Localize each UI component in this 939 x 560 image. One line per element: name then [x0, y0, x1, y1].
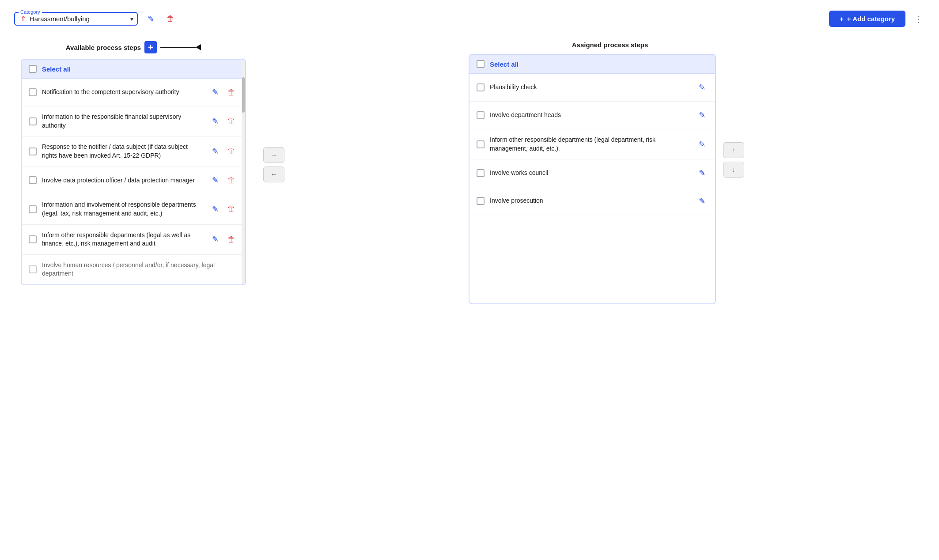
edit-icon: ✎ — [699, 83, 705, 92]
category-field-label: Category — [19, 9, 42, 15]
edit-item-button[interactable]: ✎ — [209, 114, 221, 129]
item-checkbox[interactable] — [29, 148, 37, 155]
item-text: Response to the notifier / data subject … — [42, 143, 204, 160]
scrollbar-thumb — [242, 77, 245, 113]
edit-item-button[interactable]: ✎ — [696, 193, 708, 208]
move-up-button[interactable]: ↑ — [723, 142, 744, 158]
item-checkbox[interactable] — [29, 235, 37, 243]
arrow-head — [196, 44, 201, 50]
edit-icon: ✎ — [699, 196, 705, 206]
up-arrow-icon: ↑ — [732, 146, 735, 154]
trash-icon: 🗑 — [227, 147, 235, 156]
list-item: Involve works council ✎ — [470, 159, 715, 187]
item-checkbox[interactable] — [29, 176, 37, 184]
item-actions: ✎ 🗑 — [209, 173, 238, 188]
available-process-items: Notification to the competent supervisor… — [22, 79, 245, 284]
delete-item-button[interactable]: 🗑 — [225, 232, 238, 247]
list-item: Response to the notifier / data subject … — [22, 136, 245, 166]
right-arrow-icon: → — [270, 151, 277, 159]
list-item: Notification to the competent supervisor… — [22, 79, 245, 106]
available-select-all-label: Select all — [42, 65, 71, 73]
delete-item-button[interactable]: 🗑 — [225, 144, 238, 159]
edit-item-button[interactable]: ✎ — [696, 80, 708, 95]
item-checkbox[interactable] — [477, 197, 485, 205]
left-arrow-icon: ← — [270, 170, 277, 178]
edit-item-button[interactable]: ✎ — [209, 85, 221, 100]
item-text: Involve human resources / personnel and/… — [42, 261, 238, 278]
item-checkbox[interactable] — [29, 205, 37, 213]
item-actions: ✎ — [696, 137, 708, 152]
trash-icon: 🗑 — [167, 14, 174, 23]
category-select[interactable]: Category ⇑ Harassment/bullying ▾ — [14, 12, 138, 26]
list-item: Inform other responsible departments (le… — [470, 129, 715, 159]
edit-icon: ✎ — [212, 117, 219, 126]
available-panel-title: Available process steps — [66, 44, 141, 51]
add-category-button[interactable]: + + Add category — [829, 11, 905, 27]
item-checkbox[interactable] — [477, 140, 485, 148]
item-text: Notification to the competent supervisor… — [42, 88, 204, 97]
available-select-all-row[interactable]: Select all — [22, 60, 245, 79]
available-panel-header: Available process steps + — [66, 41, 201, 53]
delete-item-button[interactable]: 🗑 — [225, 202, 238, 216]
assigned-panel-header: Assigned process steps — [572, 41, 648, 49]
plus-icon: + — [840, 15, 844, 23]
item-actions: ✎ — [696, 80, 708, 95]
category-icon: ⇑ — [20, 15, 26, 23]
chevron-down-icon: ▾ — [130, 15, 133, 23]
add-category-label: + Add category — [847, 15, 895, 23]
more-options-icon[interactable]: ⋮ — [912, 12, 925, 26]
edit-icon: ✎ — [699, 168, 705, 178]
item-actions: ✎ 🗑 — [209, 114, 238, 129]
top-bar: Category ⇑ Harassment/bullying ▾ ✎ 🗑 + +… — [14, 11, 925, 27]
edit-category-button[interactable]: ✎ — [145, 11, 157, 26]
list-item: Involve human resources / personnel and/… — [22, 255, 245, 284]
item-actions: ✎ 🗑 — [209, 232, 238, 247]
list-item: Inform other responsible departments (le… — [22, 225, 245, 255]
trash-icon: 🗑 — [227, 235, 235, 244]
arrow-line — [160, 47, 196, 48]
edit-item-button[interactable]: ✎ — [209, 144, 221, 159]
edit-item-button[interactable]: ✎ — [209, 232, 221, 247]
transfer-left-button[interactable]: ← — [263, 166, 284, 182]
arrow-annotation — [160, 44, 201, 50]
item-actions: ✎ 🗑 — [209, 202, 238, 217]
edit-icon: ✎ — [699, 110, 705, 120]
edit-item-button[interactable]: ✎ — [696, 166, 708, 181]
move-down-button[interactable]: ↓ — [723, 162, 744, 178]
transfer-right-button[interactable]: → — [263, 147, 284, 163]
item-text: Involve works council — [490, 169, 691, 178]
edit-item-button[interactable]: ✎ — [209, 173, 221, 188]
scrollbar-track[interactable] — [242, 60, 245, 284]
item-checkbox[interactable] — [29, 265, 37, 273]
edit-item-button[interactable]: ✎ — [209, 202, 221, 217]
item-text: Involve prosecution — [490, 197, 691, 205]
item-text: Involve department heads — [490, 111, 691, 120]
transfer-buttons: → ← — [253, 147, 295, 182]
delete-item-button[interactable]: 🗑 — [225, 114, 238, 129]
assigned-select-all-checkbox[interactable] — [477, 60, 485, 68]
item-actions: ✎ 🗑 — [209, 85, 238, 100]
item-checkbox[interactable] — [477, 111, 485, 119]
edit-icon: ✎ — [212, 87, 219, 97]
item-checkbox[interactable] — [477, 169, 485, 177]
item-checkbox[interactable] — [477, 83, 485, 91]
delete-item-button[interactable]: 🗑 — [225, 173, 238, 188]
assigned-select-all-label: Select all — [490, 61, 519, 68]
item-text: Plausibility check — [490, 83, 691, 92]
item-checkbox[interactable] — [29, 88, 37, 96]
delete-category-button[interactable]: 🗑 — [164, 11, 177, 26]
edit-icon: ✎ — [212, 204, 219, 214]
assigned-panel-title: Assigned process steps — [572, 41, 648, 49]
list-item: Information and involvement of responsib… — [22, 194, 245, 224]
item-checkbox[interactable] — [29, 117, 37, 125]
edit-item-button[interactable]: ✎ — [696, 108, 708, 123]
edit-item-button[interactable]: ✎ — [696, 137, 708, 152]
assigned-select-all-row[interactable]: Select all — [470, 55, 715, 74]
add-step-button[interactable]: + — [144, 41, 157, 53]
trash-icon: 🗑 — [227, 88, 235, 97]
available-select-all-checkbox[interactable] — [29, 65, 37, 73]
edit-icon: ✎ — [212, 175, 219, 185]
item-actions: ✎ — [696, 193, 708, 208]
delete-item-button[interactable]: 🗑 — [225, 85, 238, 100]
item-actions: ✎ — [696, 166, 708, 181]
